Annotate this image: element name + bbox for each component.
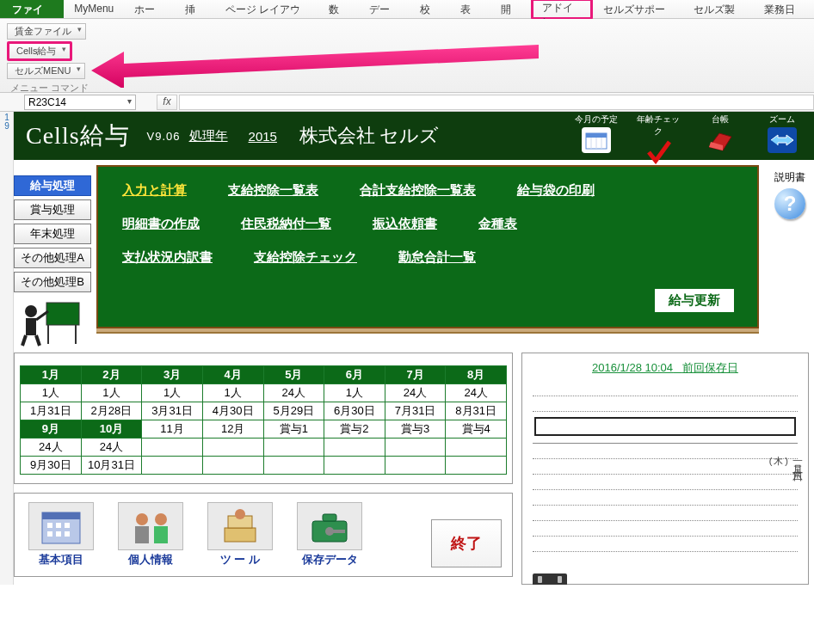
ribbon-tab-cellsproducts[interactable]: セルズ製品 <box>683 0 754 18</box>
banner-btn-zoom[interactable]: ズーム <box>761 113 804 165</box>
cal-month[interactable]: 4月 <box>202 366 263 384</box>
dropdown-cellskyuyo[interactable]: Cells給与 <box>7 41 72 61</box>
ribbon-tab-mymenu[interactable]: MyMenu <box>64 0 124 18</box>
ribbon-tab-insert[interactable]: 挿入 <box>175 0 215 18</box>
cal-month[interactable]: 5月 <box>263 366 324 384</box>
ribbon-tab-cellssupport[interactable]: セルズサポート <box>593 0 683 18</box>
notes-line <box>533 444 798 459</box>
cal-cell <box>324 457 385 475</box>
tools-icon <box>207 502 273 550</box>
svg-line-11 <box>22 335 26 346</box>
cal-cell <box>263 457 324 475</box>
notes-line <box>533 381 798 396</box>
exit-button[interactable]: 終了 <box>431 519 502 567</box>
cal-month[interactable]: 9月 <box>21 420 82 439</box>
sidebtn-payroll[interactable]: 給与処理 <box>14 175 91 196</box>
cal-month[interactable]: 7月 <box>385 366 446 384</box>
checkmark-icon <box>644 139 673 165</box>
svg-point-31 <box>325 527 334 536</box>
row-gutter <box>0 112 14 585</box>
lower-area: 1月 2月 3月 4月 5月 6月 7月 8月 1人 1人 1人 1人 <box>14 353 809 585</box>
btn-basic-items[interactable]: 基本項目 <box>25 502 97 567</box>
link-payment-breakdown[interactable]: 支払状況内訳書 <box>122 249 213 266</box>
cal-month[interactable]: 2月 <box>81 366 142 384</box>
btn-personal-info[interactable]: 個人情報 <box>114 502 187 567</box>
processing-year-value[interactable]: 2015 <box>249 129 277 144</box>
notes-date: 2016/1/28 10:04 <box>592 361 673 374</box>
link-transfer-request[interactable]: 振込依頼書 <box>373 216 437 232</box>
ribbon-tab-file[interactable]: ファイル <box>0 0 64 18</box>
ribbon-tab-pagelayout[interactable]: ページ レイアウト <box>215 0 318 18</box>
cal-cell: 24人 <box>446 384 507 402</box>
cal-month[interactable]: 6月 <box>324 366 385 384</box>
board: 入力と計算 支給控除一覧表 合計支給控除一覧表 給与袋の印刷 明細書の作成 住民… <box>96 165 759 328</box>
cal-cell <box>142 457 203 475</box>
notes-label: 前回保存日 <box>682 361 738 374</box>
cal-cell <box>142 439 203 457</box>
help-label: 説明書 <box>774 170 805 185</box>
btn-label: 個人情報 <box>114 552 187 567</box>
sidebtn-yearend[interactable]: 年末処理 <box>14 224 91 244</box>
sidebtn-other-b[interactable]: その他処理B <box>14 272 91 292</box>
cal-month[interactable]: 賞与2 <box>324 420 385 439</box>
link-detail-create[interactable]: 明細書の作成 <box>122 216 200 232</box>
banner-btn-label: 今月の予定 <box>575 113 618 126</box>
side-nav: 給与処理 賞与処理 年末処理 その他処理A その他処理B <box>14 175 91 351</box>
ribbon-tab-view[interactable]: 表示 <box>450 0 490 18</box>
cal-month[interactable]: 3月 <box>142 366 203 384</box>
cal-dates-bot: 9月30日 10月31日 <box>21 457 507 475</box>
svg-line-12 <box>36 335 40 346</box>
sidebtn-other-a[interactable]: その他処理A <box>14 248 91 268</box>
name-box[interactable]: R23C14 <box>24 95 136 110</box>
fx-button[interactable]: fx <box>157 95 177 110</box>
link-attendance-total[interactable]: 勤怠合計一覧 <box>398 249 476 266</box>
ribbon-tab-formula[interactable]: 数式 <box>318 0 359 18</box>
cal-cell <box>324 439 385 457</box>
cal-month[interactable]: 11月 <box>142 420 203 439</box>
link-kinshu[interactable]: 金種表 <box>478 216 517 232</box>
banner-btn-ledger[interactable]: 台帳 <box>699 113 742 165</box>
link-deduction-check[interactable]: 支給控除チェック <box>254 249 357 266</box>
help-button[interactable]: 説明書 ? <box>774 170 805 219</box>
app-version: V9.06 <box>147 130 181 143</box>
ribbon-tab-home[interactable]: ホーム <box>124 0 175 18</box>
cal-month[interactable]: 8月 <box>446 366 507 384</box>
ribbon-tab-worklog[interactable]: 業務日誌 <box>754 0 814 18</box>
dropdown-cellsmenu[interactable]: セルズMENU <box>7 63 85 79</box>
link-payslip-print[interactable]: 給与袋の印刷 <box>517 182 595 199</box>
link-resident-tax[interactable]: 住民税納付一覧 <box>241 216 331 232</box>
btn-tools[interactable]: ツ ー ル <box>204 502 276 567</box>
cal-cell: 24人 <box>385 384 446 402</box>
sidebtn-bonus[interactable]: 賞与処理 <box>14 199 91 220</box>
link-deduction-list[interactable]: 支給控除一覧表 <box>228 182 318 199</box>
dropdown-wagefile[interactable]: 賃金ファイル <box>7 23 86 40</box>
cal-cell: 1人 <box>142 384 203 402</box>
cal-month[interactable]: 賞与3 <box>385 420 446 439</box>
notes-input[interactable] <box>534 417 796 436</box>
svg-rect-20 <box>56 531 61 537</box>
ribbon-tab-addin[interactable]: アドイン <box>531 0 593 20</box>
link-input-calc[interactable]: 入力と計算 <box>122 182 187 199</box>
notes-panel: 2016/1/28 10:04 前回保存日 一月二十八日 (木) <box>521 353 809 585</box>
notes-vertical-date-text: 一月二十八日 <box>792 455 804 465</box>
svg-rect-10 <box>26 318 36 335</box>
cal-month[interactable]: 賞与4 <box>446 420 507 439</box>
notes-title: 2016/1/28 10:04 前回保存日 <box>533 360 798 376</box>
svg-rect-23 <box>135 526 149 543</box>
ribbon-tab-review[interactable]: 校閲 <box>410 0 450 18</box>
banner-btn-schedule[interactable]: 今月の予定 <box>575 113 618 165</box>
ribbon-tab-developer[interactable]: 開発 <box>490 0 531 18</box>
formula-input[interactable] <box>179 95 814 110</box>
btn-saved-data[interactable]: 保存データ <box>293 502 366 567</box>
link-total-deduction-list[interactable]: 合計支給控除一覧表 <box>360 182 476 199</box>
cal-month[interactable]: 12月 <box>202 420 263 439</box>
calendar-panel: 1月 2月 3月 4月 5月 6月 7月 8月 1人 1人 1人 1人 <box>14 353 513 484</box>
payroll-update-button[interactable]: 給与更新 <box>654 288 735 313</box>
cal-month[interactable]: 賞与1 <box>263 420 324 439</box>
banner-btn-agecheck[interactable]: 年齢チェック <box>637 113 680 165</box>
notes-line <box>533 396 798 412</box>
ribbon-tab-data[interactable]: データ <box>359 0 410 18</box>
notes-vertical-day: (木) <box>769 455 790 468</box>
cal-month[interactable]: 1月 <box>21 366 82 384</box>
cal-month[interactable]: 10月 <box>81 420 142 439</box>
